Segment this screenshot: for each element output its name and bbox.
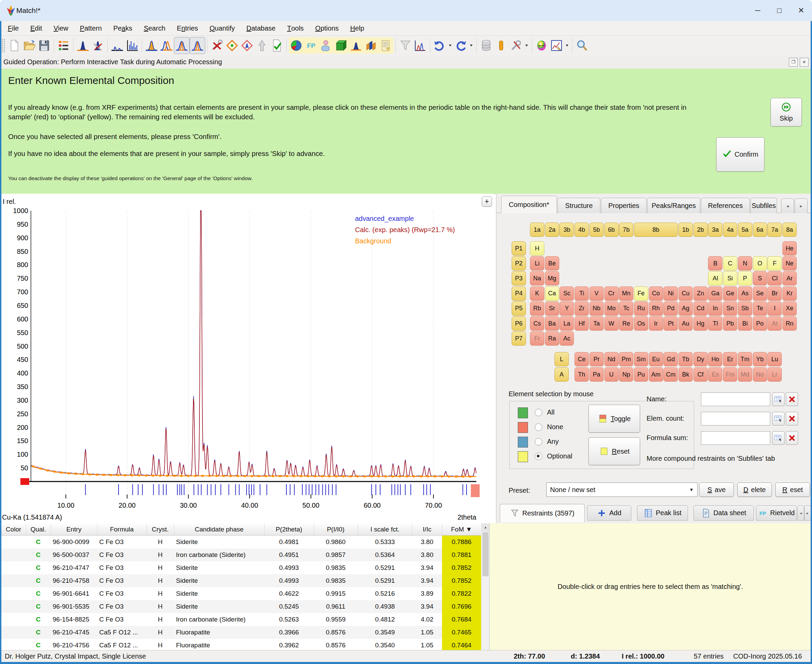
peak-search-button-icon[interactable] [90, 37, 105, 54]
bottom-scroll-left-icon[interactable]: ◂ [797, 505, 804, 521]
candidate-table[interactable]: ColorQual.EntryFormulaCryst.Candidate ph… [2, 523, 481, 650]
select-entries-button-icon[interactable] [269, 37, 284, 54]
element-pt[interactable]: Pt [664, 316, 678, 330]
element-ba[interactable]: Ba [545, 316, 559, 330]
element-xe[interactable]: Xe [783, 301, 797, 316]
database-manager-button-icon[interactable] [479, 37, 494, 54]
element-dy[interactable]: Dy [693, 352, 708, 366]
group-header-7a[interactable]: 7a [768, 223, 782, 237]
group-header-5a[interactable]: 5a [738, 223, 752, 237]
element-li[interactable]: Li [530, 256, 544, 270]
phase-shapes-button-icon[interactable] [319, 37, 334, 54]
pattern-editor-button-icon[interactable] [549, 37, 564, 54]
chart-zoom-button[interactable]: + [482, 197, 492, 207]
element-ga[interactable]: Ga [708, 286, 722, 301]
element-he[interactable]: He [783, 241, 797, 256]
fullprof-button-icon[interactable]: FP [304, 37, 319, 54]
element-s[interactable]: S [753, 271, 767, 285]
peak-data-button-icon[interactable] [110, 37, 125, 54]
column-header-cryst[interactable]: Cryst. [146, 523, 174, 535]
element-rn[interactable]: Rn [783, 316, 797, 330]
element-es[interactable]: Es [708, 367, 722, 382]
element-cl[interactable]: Cl [768, 271, 782, 285]
group-header-6b[interactable]: 6b [604, 223, 619, 237]
clear-icon-formula-sum[interactable] [786, 431, 798, 445]
period-button-p1[interactable]: P1 [512, 241, 526, 256]
tab-structure[interactable]: Structure [558, 198, 600, 213]
zoom-tool-button-icon[interactable] [574, 37, 589, 54]
element-mo[interactable]: Mo [604, 301, 619, 316]
close-guided-icon[interactable]: ✕ [800, 58, 809, 67]
structure-3d-button-icon[interactable] [363, 37, 379, 54]
element-ni[interactable]: Ni [664, 286, 678, 301]
group-header-2b[interactable]: 2b [693, 223, 708, 237]
column-header-p2theta[interactable]: P(2theta) [264, 523, 314, 535]
element-b[interactable]: B [708, 256, 722, 270]
element-re[interactable]: Re [619, 316, 633, 330]
pattern-editor-dropdown-icon[interactable] [564, 37, 570, 54]
element-pr[interactable]: Pr [589, 352, 604, 366]
group-header-2a[interactable]: 2a [545, 223, 559, 237]
element-tm[interactable]: Tm [738, 352, 752, 366]
element-cd[interactable]: Cd [693, 301, 708, 316]
close-button[interactable]: ✕ [790, 0, 812, 21]
difference-plot-button-icon[interactable] [413, 37, 428, 54]
clear-search-button-icon[interactable] [210, 37, 225, 54]
element-fr[interactable]: Fr [530, 331, 544, 346]
tab-composition[interactable]: Composition* [501, 196, 557, 213]
column-header-candidatephase[interactable]: Candidate phase [174, 523, 264, 535]
element-ag[interactable]: Ag [679, 301, 693, 316]
scrollbar-thumb[interactable] [482, 532, 488, 576]
table-row[interactable]: C96-901-6641C Fe O3HSiderite0.46220.9915… [2, 587, 481, 600]
compare-patterns-button-icon[interactable] [159, 37, 174, 54]
element-np[interactable]: Np [619, 367, 633, 382]
menu-view[interactable]: View [48, 21, 74, 35]
element-ca[interactable]: Ca [545, 286, 559, 301]
element-hf[interactable]: Hf [574, 316, 589, 330]
menu-entries[interactable]: Entries [171, 21, 204, 35]
element-as[interactable]: As [738, 286, 752, 301]
group-header-3b[interactable]: 3b [560, 223, 574, 237]
table-row[interactable]: C96-500-0037C Fe O3HIron carbonate (Side… [2, 548, 481, 561]
element-se[interactable]: Se [753, 286, 767, 301]
element-na[interactable]: Na [530, 271, 544, 285]
element-y[interactable]: Y [560, 301, 574, 316]
entries-list-button-icon[interactable] [56, 37, 71, 54]
element-at[interactable]: At [768, 316, 782, 330]
radio-all[interactable] [535, 409, 542, 416]
redo-button-icon[interactable] [453, 37, 468, 54]
element-h[interactable]: H [530, 241, 544, 256]
element-cu[interactable]: Cu [679, 286, 693, 301]
element-th[interactable]: Th [574, 367, 589, 382]
save-button-icon[interactable] [37, 37, 52, 54]
element-eu[interactable]: Eu [649, 352, 663, 366]
element-bi[interactable]: Bi [738, 316, 752, 330]
table-row[interactable]: C96-154-8825C Fe O3HIron carbonate (Side… [2, 613, 481, 626]
selection-reset-button[interactable]: Reset [589, 437, 640, 465]
element-os[interactable]: Os [634, 316, 648, 330]
tab-properties[interactable]: Properties [601, 198, 646, 213]
element-cr[interactable]: Cr [604, 286, 619, 301]
structure-button-icon[interactable] [334, 37, 348, 54]
period-button-p7[interactable]: P7 [512, 331, 526, 346]
table-row[interactable]: C96-210-4756Ca5 F O12 ...HFluorapatite0.… [2, 639, 481, 650]
open-button-icon[interactable] [22, 37, 37, 54]
element-tc[interactable]: Tc [619, 301, 633, 316]
element-la[interactable]: La [560, 316, 574, 330]
bottom-tab-restraints[interactable]: Restraints (3597) [500, 504, 585, 522]
group-header-4a[interactable]: 4a [723, 223, 737, 237]
element-in[interactable]: In [708, 301, 722, 316]
tab-scroll-left-icon[interactable]: ◂ [781, 199, 794, 213]
element-ru[interactable]: Ru [634, 301, 648, 316]
menu-file[interactable]: File [2, 21, 24, 35]
field-input-formula-sum[interactable] [701, 431, 770, 445]
tab-scroll-right-icon[interactable]: ▸ [795, 199, 807, 213]
menu-edit[interactable]: Edit [24, 21, 47, 35]
radio-none[interactable] [535, 423, 542, 431]
element-pm[interactable]: Pm [619, 352, 633, 366]
group-header-8b[interactable]: 8b [634, 223, 678, 237]
element-fm[interactable]: Fm [723, 367, 737, 382]
restraints-filter-button-icon[interactable] [398, 37, 413, 54]
pattern-button-icon[interactable] [75, 37, 90, 54]
show-calculated-pattern-button-icon[interactable] [174, 37, 190, 54]
